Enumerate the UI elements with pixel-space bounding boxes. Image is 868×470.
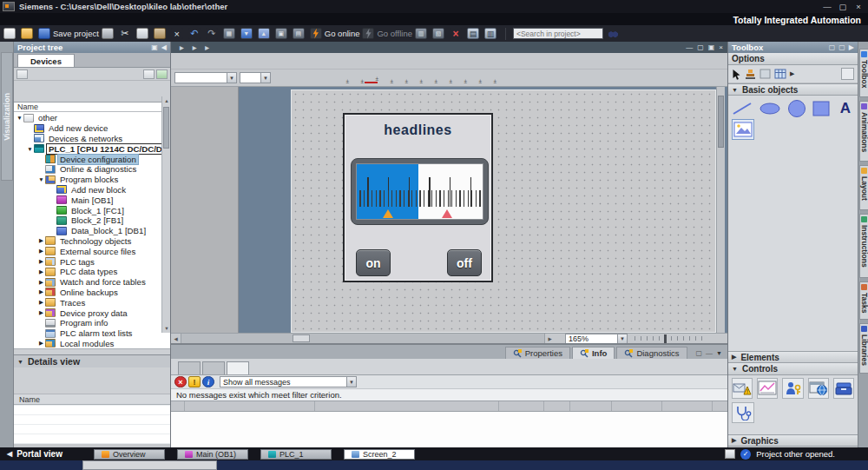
preview-window-icon[interactable] [841, 68, 854, 80]
tree-item[interactable]: Program info [14, 318, 170, 328]
open-editor-button[interactable]: Main (OB1) [177, 449, 248, 460]
redo-icon[interactable]: ↷ [206, 28, 220, 39]
inspector-tab[interactable]: Properties [505, 347, 570, 359]
scroll-down-icon[interactable] [162, 324, 171, 333]
breadcrumb-item[interactable] [188, 44, 201, 50]
basic-objects-section-header[interactable]: Basic objects [728, 83, 858, 96]
toolbox-dock-icon[interactable] [838, 43, 845, 51]
table-tool-icon[interactable] [774, 69, 786, 79]
zoom-slider-thumb[interactable] [664, 334, 667, 343]
fill-color-icon[interactable] [379, 71, 392, 84]
side-tab[interactable]: Toolbox [859, 49, 868, 97]
rectangle-icon[interactable] [812, 98, 830, 119]
side-tab[interactable]: Tasks [859, 281, 868, 320]
graphics-section-header[interactable]: Graphics [728, 434, 858, 447]
table-column-header[interactable] [662, 401, 713, 411]
errors-filter-icon[interactable]: × [174, 376, 187, 387]
tree-item[interactable]: ▶ External source files [14, 246, 170, 256]
expand-arrow-icon[interactable]: ▶ [37, 279, 45, 286]
scrollbar-thumb[interactable] [293, 334, 310, 342]
go-online-button[interactable]: Go online [310, 28, 360, 39]
align-text-icon[interactable] [350, 71, 363, 84]
search-input[interactable] [513, 28, 603, 39]
inspector-float-icon[interactable] [696, 349, 703, 357]
print-icon[interactable] [102, 28, 116, 39]
tree-item[interactable]: ▶ Watch and force tables [14, 277, 170, 288]
tree-item[interactable]: ▼ Program blocks [14, 175, 170, 185]
expand-arrow-icon[interactable]: ▶ [37, 268, 45, 275]
hmi-text-field[interactable]: headlines [345, 122, 491, 138]
table-column-header[interactable] [171, 401, 185, 411]
inspector-menu-icon[interactable] [716, 350, 722, 356]
distribute-icon[interactable] [483, 71, 496, 84]
user-view-icon[interactable] [782, 378, 803, 399]
tree-item[interactable]: PLC alarm text lists [14, 328, 170, 339]
tree-item[interactable]: Online & diagnostics [14, 164, 170, 175]
stop-cpu-icon[interactable]: ▤ [293, 28, 307, 39]
breadcrumb-item[interactable] [201, 44, 214, 50]
border-color-icon[interactable] [394, 71, 407, 84]
zoom-level-combo[interactable]: 165% [565, 334, 628, 344]
tree-horizontal-scrollbar[interactable] [14, 348, 170, 354]
slider-low-pointer[interactable] [383, 209, 393, 218]
tree-item[interactable]: ▼ PLC_1 [CPU 1214C DC/DC/DC] [14, 143, 170, 154]
preview-icon[interactable] [497, 71, 510, 84]
table-column-header[interactable] [185, 401, 315, 411]
side-tab[interactable]: Instructions [859, 214, 868, 278]
scrollbar-thumb[interactable] [163, 107, 169, 149]
editor-dock-icon[interactable] [708, 43, 715, 51]
expand-arrow-icon[interactable]: ▶ [37, 288, 45, 295]
hmi-slider-widget[interactable] [351, 158, 489, 225]
expand-arrow-icon[interactable]: ▶ [37, 299, 45, 306]
html-browser-icon[interactable] [808, 378, 829, 399]
expand-arrow-icon[interactable]: ▶ [37, 340, 45, 347]
tree-item[interactable]: ▶ Traces [14, 297, 170, 308]
inspector-tab[interactable]: Info [572, 347, 615, 359]
upload-from-device-icon[interactable]: ▲ [258, 28, 273, 39]
slider-high-pointer[interactable] [442, 209, 452, 218]
table-column-header[interactable] [570, 401, 612, 411]
expand-arrow-icon[interactable]: ▼ [16, 115, 23, 121]
side-tab[interactable]: Layout [859, 165, 868, 210]
inspector-tab[interactable]: Diagnostics [616, 347, 687, 359]
diagnostics-view-ic[interactable] [732, 402, 754, 423]
tree-item[interactable]: ▼ other [14, 113, 170, 123]
message-filter-combo[interactable]: Show all messages [220, 376, 357, 387]
tree-item[interactable]: Add new block [14, 185, 170, 195]
tree-view-icon[interactable] [143, 70, 155, 79]
stamp-tool-icon[interactable] [745, 69, 756, 80]
open-editor-button[interactable]: Overview [94, 449, 165, 460]
tree-item[interactable]: Data_block_1 [DB1] [14, 226, 170, 236]
split-horizontal-icon[interactable]: ▤ [467, 28, 482, 39]
align-objects-icon[interactable] [468, 71, 481, 84]
side-tab[interactable]: Libraries [859, 323, 868, 374]
editor-minimize-icon[interactable] [686, 43, 693, 51]
table-column-header[interactable] [544, 401, 570, 411]
details-view-header[interactable]: Details view [14, 354, 170, 367]
cursor-tool-icon[interactable] [732, 69, 741, 80]
trend-view-icon[interactable] [757, 378, 778, 399]
faceplate-tool-icon[interactable] [760, 69, 771, 79]
expand-arrow-icon[interactable]: ▶ [37, 248, 45, 255]
font-size-icon[interactable] [335, 71, 348, 84]
tree-item[interactable]: ▶ Technology objects [14, 236, 170, 247]
window-minimize-button[interactable] [822, 2, 832, 11]
window-close-button[interactable] [853, 2, 864, 11]
cross-reference-icon[interactable]: × [450, 28, 464, 39]
save-project-button[interactable]: Save project [38, 28, 99, 39]
font-size-combo[interactable] [240, 72, 271, 83]
tree-item[interactable]: Block_2 [FB1] [14, 215, 170, 226]
breadcrumb-item[interactable] [175, 44, 188, 50]
expand-arrow-icon[interactable]: ▶ [37, 237, 45, 244]
open-editor-button[interactable]: PLC_1 [260, 449, 332, 460]
simulation-icon[interactable]: ▧ [432, 28, 447, 39]
tree-item[interactable]: Add new device [14, 123, 170, 134]
tab-visualization[interactable]: Visualization [1, 52, 13, 181]
find-binoculars-icon[interactable] [607, 29, 619, 39]
undo-icon[interactable]: ↶ [188, 28, 203, 39]
toolbox-expand-icon[interactable] [849, 43, 854, 51]
hmi-off-button[interactable]: off [447, 249, 482, 276]
editor-float-icon[interactable] [697, 43, 704, 51]
tree-item[interactable]: Devices & networks [14, 134, 170, 144]
more-tools-icon[interactable] [790, 70, 794, 77]
